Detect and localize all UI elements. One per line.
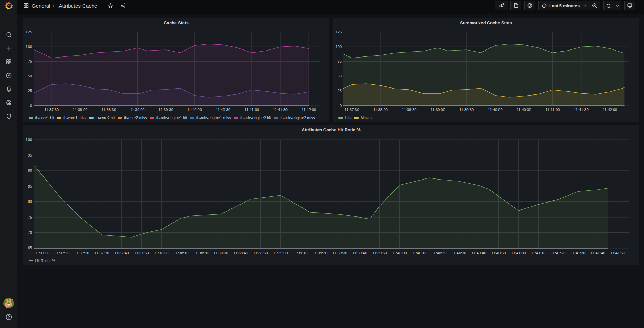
svg-text:11:37:50: 11:37:50 bbox=[134, 251, 149, 255]
svg-text:11:39:20: 11:39:20 bbox=[313, 251, 327, 255]
svg-text:11:39:00: 11:39:00 bbox=[431, 108, 445, 112]
svg-text:11:38:40: 11:38:40 bbox=[233, 251, 248, 255]
svg-text:0: 0 bbox=[340, 104, 342, 108]
svg-text:11:41:30: 11:41:30 bbox=[574, 108, 589, 112]
svg-text:11:38:30: 11:38:30 bbox=[101, 108, 116, 112]
svg-text:25: 25 bbox=[28, 89, 32, 93]
svg-text:11:39:00: 11:39:00 bbox=[273, 251, 288, 255]
svg-text:11:41:10: 11:41:10 bbox=[531, 251, 545, 255]
svg-text:100: 100 bbox=[26, 138, 32, 142]
svg-text:11:40:00: 11:40:00 bbox=[392, 251, 407, 255]
svg-text:11:39:30: 11:39:30 bbox=[159, 108, 173, 112]
svg-text:11:40:30: 11:40:30 bbox=[517, 108, 531, 112]
svg-text:11:37:40: 11:37:40 bbox=[114, 251, 129, 255]
svg-text:11:40:10: 11:40:10 bbox=[412, 251, 426, 255]
svg-text:11:37:30: 11:37:30 bbox=[44, 108, 59, 112]
svg-text:11:37:20: 11:37:20 bbox=[74, 251, 89, 255]
svg-text:11:40:40: 11:40:40 bbox=[471, 251, 486, 255]
svg-text:95: 95 bbox=[28, 153, 32, 157]
svg-text:11:41:00: 11:41:00 bbox=[244, 108, 259, 112]
svg-text:11:38:00: 11:38:00 bbox=[154, 251, 168, 255]
svg-text:65: 65 bbox=[28, 246, 32, 250]
svg-text:11:37:10: 11:37:10 bbox=[55, 251, 69, 255]
svg-text:11:41:40: 11:41:40 bbox=[590, 251, 605, 255]
svg-text:11:41:00: 11:41:00 bbox=[545, 108, 560, 112]
svg-text:11:37:00: 11:37:00 bbox=[35, 251, 49, 255]
svg-text:0: 0 bbox=[30, 104, 32, 108]
svg-text:11:38:50: 11:38:50 bbox=[253, 251, 268, 255]
svg-text:11:38:30: 11:38:30 bbox=[213, 251, 228, 255]
svg-text:11:39:40: 11:39:40 bbox=[352, 251, 367, 255]
svg-text:11:39:50: 11:39:50 bbox=[372, 251, 387, 255]
svg-text:11:40:00: 11:40:00 bbox=[488, 108, 503, 112]
svg-text:11:37:30: 11:37:30 bbox=[345, 108, 359, 112]
svg-text:75: 75 bbox=[28, 215, 32, 219]
svg-text:100: 100 bbox=[336, 45, 342, 49]
svg-text:11:40:00: 11:40:00 bbox=[187, 108, 202, 112]
svg-text:11:41:30: 11:41:30 bbox=[571, 251, 585, 255]
svg-text:11:39:30: 11:39:30 bbox=[332, 251, 347, 255]
svg-text:50: 50 bbox=[338, 74, 342, 78]
svg-text:11:42:00: 11:42:00 bbox=[301, 108, 316, 112]
svg-text:11:40:50: 11:40:50 bbox=[491, 251, 506, 255]
svg-text:11:41:20: 11:41:20 bbox=[551, 251, 565, 255]
svg-text:11:37:30: 11:37:30 bbox=[94, 251, 109, 255]
svg-text:75: 75 bbox=[338, 59, 342, 63]
svg-text:11:40:30: 11:40:30 bbox=[451, 251, 466, 255]
svg-text:11:39:30: 11:39:30 bbox=[459, 108, 474, 112]
svg-text:11:39:00: 11:39:00 bbox=[130, 108, 144, 112]
svg-text:11:41:30: 11:41:30 bbox=[273, 108, 288, 112]
svg-text:25: 25 bbox=[338, 89, 342, 93]
svg-text:11:38:20: 11:38:20 bbox=[194, 251, 208, 255]
svg-text:11:41:00: 11:41:00 bbox=[511, 251, 526, 255]
svg-text:11:42:00: 11:42:00 bbox=[603, 108, 617, 112]
svg-text:100: 100 bbox=[26, 45, 32, 49]
svg-text:50: 50 bbox=[28, 74, 32, 78]
svg-text:11:39:10: 11:39:10 bbox=[293, 251, 307, 255]
svg-text:125: 125 bbox=[336, 30, 342, 34]
svg-text:80: 80 bbox=[28, 199, 32, 204]
svg-text:11:40:20: 11:40:20 bbox=[432, 251, 446, 255]
svg-text:70: 70 bbox=[28, 230, 32, 235]
svg-text:90: 90 bbox=[28, 168, 32, 173]
svg-text:75: 75 bbox=[28, 59, 32, 63]
svg-text:11:41:50: 11:41:50 bbox=[610, 251, 625, 255]
svg-text:11:38:00: 11:38:00 bbox=[73, 108, 87, 112]
svg-text:125: 125 bbox=[26, 30, 32, 34]
svg-text:11:38:10: 11:38:10 bbox=[174, 251, 188, 255]
svg-text:11:38:00: 11:38:00 bbox=[373, 108, 388, 112]
svg-text:11:40:30: 11:40:30 bbox=[216, 108, 230, 112]
svg-text:11:38:30: 11:38:30 bbox=[402, 108, 416, 112]
svg-text:85: 85 bbox=[28, 184, 32, 188]
